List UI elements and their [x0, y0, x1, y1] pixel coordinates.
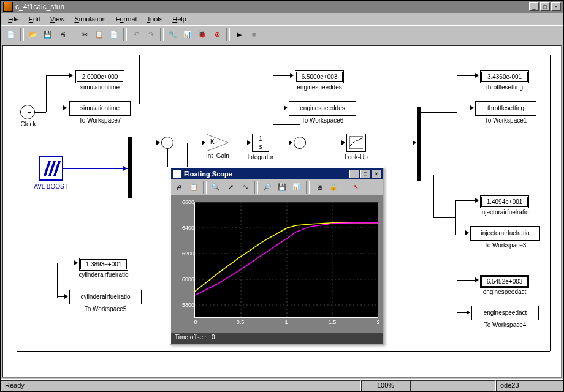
- stop-button[interactable]: ■: [247, 28, 261, 41]
- scope-float-button[interactable]: 🖥: [312, 181, 326, 194]
- menu-file[interactable]: File: [3, 14, 24, 24]
- scope-xtick: 0.5: [234, 319, 246, 325]
- simulationtime-display[interactable]: 2.0000e+000: [75, 70, 124, 83]
- integrator-block[interactable]: 1 s: [252, 134, 269, 152]
- menu-format[interactable]: Format: [111, 14, 142, 24]
- minimize-button[interactable]: _: [529, 2, 539, 11]
- scope-status-bar: Time offset: 0: [171, 333, 383, 344]
- library-button[interactable]: 🔧: [166, 28, 180, 41]
- menu-view[interactable]: View: [45, 14, 70, 24]
- scope-zoomx-button[interactable]: ⤢: [224, 181, 237, 194]
- sum-1[interactable]: [161, 137, 173, 149]
- throttlesetting-display[interactable]: 3.4360e-001: [480, 70, 529, 83]
- scope-ytick: 5800: [176, 302, 194, 308]
- menu-bar: File Edit View Simulation Format Tools H…: [1, 13, 563, 25]
- undo-button[interactable]: ↶: [129, 28, 143, 41]
- injectorairfuelratio-display[interactable]: 1.4094e+001: [480, 195, 529, 208]
- sum-2[interactable]: [294, 137, 306, 149]
- scope-select-button[interactable]: ↖: [349, 181, 362, 194]
- scope-lock-button[interactable]: 🔒: [327, 181, 340, 194]
- model-explorer-button[interactable]: 📊: [181, 28, 194, 41]
- new-button[interactable]: 📄: [4, 28, 18, 41]
- menu-help[interactable]: Help: [167, 14, 191, 24]
- play-button[interactable]: ▶: [232, 28, 246, 41]
- close-button[interactable]: ×: [551, 2, 561, 11]
- simulationtime-toworkspace[interactable]: simulationtime: [69, 101, 131, 116]
- scope-plot-area[interactable]: [194, 202, 378, 318]
- throttlesetting-toworkspace[interactable]: throttlesetting: [475, 101, 536, 116]
- demux-right[interactable]: [417, 107, 421, 181]
- enginespeedact-toworkspace[interactable]: enginespeedact: [471, 306, 539, 320]
- save-button[interactable]: 💾: [41, 28, 55, 41]
- int-gain-label: Int_Gain: [203, 153, 232, 159]
- scope-zoomin-button[interactable]: 🔍: [209, 181, 223, 194]
- integrator-top: 1: [259, 135, 262, 142]
- status-bar: Ready 100% ode23: [1, 379, 563, 391]
- clock-block[interactable]: [20, 105, 35, 119]
- scope-autoscale-button[interactable]: 🔎: [261, 181, 274, 194]
- scope-ytick: 6600: [176, 199, 194, 205]
- throttlesetting-toworkspace-label: To Workspace1: [475, 117, 536, 124]
- status-solver: ode23: [496, 380, 563, 391]
- enginespeedact-display-label: enginespeedact: [471, 288, 538, 295]
- cylinderairfuelratio-toworkspace-label: To Workspace5: [69, 306, 142, 312]
- cut-button[interactable]: ✂: [78, 28, 91, 41]
- maximize-button[interactable]: □: [540, 2, 550, 11]
- enginespeeddes-display[interactable]: 6.5000e+003: [295, 70, 344, 83]
- floating-scope-window[interactable]: Floating Scope _ □ × 🖨 📋 🔍 ⤢ ⤡ 🔎 💾 📊 🖥: [170, 167, 384, 345]
- avl-boost-label: AVL BOOST: [31, 183, 70, 190]
- enginespeedact-toworkspace-label: To Workspace4: [471, 322, 539, 328]
- injectorairfuelratio-toworkspace[interactable]: injectorairfuelratio: [470, 226, 540, 241]
- redo-button[interactable]: ↷: [144, 28, 158, 41]
- scope-ytick: 6400: [176, 225, 194, 231]
- enginespeeddes-toworkspace-label: To Workspace6: [289, 117, 356, 124]
- scope-plot-lines: [195, 202, 379, 318]
- scope-save-button[interactable]: 💾: [275, 181, 289, 194]
- enginespeedact-display[interactable]: 6.5452e+003: [480, 275, 529, 288]
- status-blank: [410, 380, 496, 391]
- scope-params-button[interactable]: 📋: [187, 181, 200, 194]
- injectorairfuelratio-display-label: injectorairfuelratio: [470, 209, 539, 216]
- paste-button[interactable]: 📄: [107, 28, 121, 41]
- toolbar: 📄 📂 💾 🖨 ✂ 📋 📄 ↶ ↷ 🔧 📊 🐞 ⊛ ▶ ■: [1, 25, 563, 43]
- menu-edit[interactable]: Edit: [24, 14, 45, 24]
- menu-tools[interactable]: Tools: [142, 14, 168, 24]
- avl-boost-block[interactable]: [39, 156, 63, 181]
- model-canvas[interactable]: Clock 2.0000e+000 simulationtime simulat…: [2, 45, 562, 378]
- scope-xtick: 1: [280, 319, 292, 325]
- scope-restore-button[interactable]: 📊: [290, 181, 303, 194]
- cylinderairfuelratio-toworkspace[interactable]: cylinderairfuelratio: [69, 290, 142, 304]
- scope-ytick: 6200: [176, 251, 194, 257]
- mux-left[interactable]: [128, 137, 132, 198]
- scope-xtick: 1.5: [326, 319, 338, 325]
- menu-simulation[interactable]: Simulation: [69, 14, 110, 24]
- debug-button[interactable]: 🐞: [196, 28, 209, 41]
- scope-minimize-button[interactable]: _: [349, 170, 359, 178]
- lookup-block[interactable]: [346, 134, 366, 152]
- int-gain-k: K: [210, 138, 215, 145]
- title-bar[interactable]: c_4t1calc_sfun _ □ ×: [1, 1, 563, 13]
- scope-xtick: 2: [372, 319, 384, 325]
- cylinderairfuelratio-display[interactable]: 1.3893e+001: [79, 258, 128, 271]
- integrator-label: Integrator: [246, 154, 275, 160]
- open-button[interactable]: 📂: [26, 28, 40, 41]
- status-ready: Ready: [1, 380, 361, 391]
- scope-close-button[interactable]: ×: [372, 170, 381, 178]
- scope-time-offset-label: Time offset:: [175, 334, 207, 341]
- scope-maximize-button[interactable]: □: [360, 170, 370, 178]
- main-window: c_4t1calc_sfun _ □ × File Edit View Simu…: [0, 0, 564, 392]
- injectorairfuelratio-toworkspace-label: To Workspace3: [470, 242, 540, 249]
- scope-zoomy-button[interactable]: ⤡: [238, 181, 252, 194]
- status-zoom: 100%: [361, 380, 410, 391]
- lookup-label: Look-Up: [341, 154, 371, 160]
- scope-print-button[interactable]: 🖨: [172, 181, 186, 194]
- print-button[interactable]: 🖨: [56, 28, 69, 41]
- copy-button[interactable]: 📋: [93, 28, 106, 41]
- target-button[interactable]: ⊛: [210, 28, 224, 41]
- scope-title-bar[interactable]: Floating Scope _ □ ×: [171, 168, 383, 179]
- enginespeeddes-toworkspace[interactable]: enginespeeddes: [289, 101, 356, 116]
- simulationtime-display-label: simulationtime: [75, 84, 124, 91]
- integrator-bot: s: [257, 143, 264, 151]
- clock-label: Clock: [18, 121, 39, 127]
- scope-xtick: 0: [189, 319, 202, 325]
